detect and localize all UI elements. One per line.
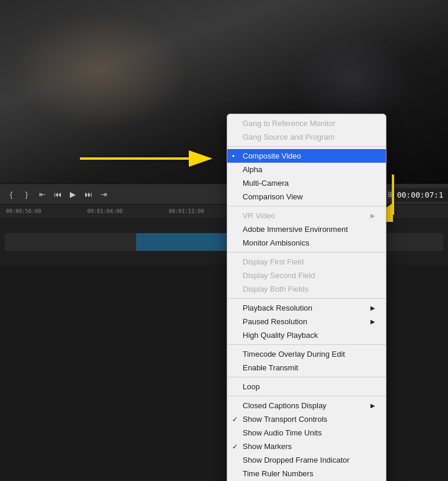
submenu-arrow-closed-captions: ▶ [370,402,375,409]
menu-item-gang-source: Gang Source and Program [227,130,386,144]
menu-item-label-show-audio-time: Show Audio Time Units [243,428,322,437]
menu-item-label-gang-source: Gang Source and Program [243,133,334,141]
menu-item-label-show-dropped-frame: Show Dropped Frame Indicator [243,456,350,464]
left-arrow-annotation [80,147,216,173]
menu-item-show-markers[interactable]: Show Markers [227,440,386,453]
go-to-out-button[interactable]: ⇥ [97,188,110,201]
menu-item-multi-camera[interactable]: Multi-Camera [227,176,386,190]
menu-item-playback-resolution[interactable]: Playback Resolution▶ [227,301,386,315]
menu-item-monitor-ambisonics[interactable]: Monitor Ambisonics [227,236,386,250]
menu-item-label-multi-camera: Multi-Camera [243,179,289,188]
menu-item-label-monitor-ambisonics: Monitor Ambisonics [243,238,310,247]
menu-item-label-display-both-fields: Display Both Fields [243,285,308,293]
submenu-arrow-paused-resolution: ▶ [370,318,375,325]
menu-item-alpha[interactable]: Alpha [227,163,386,176]
menu-separator [227,206,386,206]
menu-item-enable-transmit[interactable]: Enable Transmit [227,361,386,375]
menu-item-vr-video: VR Video▶ [227,209,386,222]
menu-item-timecode-overlay[interactable]: Timecode Overlay During Edit [227,347,386,361]
menu-item-label-playback-resolution: Playback Resolution [243,304,312,312]
menu-item-show-audio-time[interactable]: Show Audio Time Units [227,426,386,440]
timecode-2: 00:01:04:00 [88,208,123,214]
menu-item-label-paused-resolution: Paused Resolution [243,317,307,326]
menu-item-high-quality-playback[interactable]: High Quality Playback [227,328,386,342]
menu-item-label-show-transport: Show Transport Controls [243,415,327,424]
menu-item-label-vr-video: VR Video [243,211,275,220]
menu-separator [227,396,386,396]
menu-item-label-display-second-field: Display Second Field [243,271,315,280]
menu-item-paused-resolution[interactable]: Paused Resolution▶ [227,315,386,328]
menu-item-display-first-field: Display First Field [227,255,386,269]
menu-separator [227,344,386,345]
menu-item-show-transport[interactable]: Show Transport Controls [227,412,386,426]
menu-item-display-second-field: Display Second Field [227,269,386,282]
mark-in-button[interactable]: { [5,188,18,201]
menu-item-composite-video[interactable]: Composite Video [227,149,386,163]
menu-item-display-both-fields: Display Both Fields [227,282,386,296]
menu-item-comparison-view[interactable]: Comparison View [227,190,386,204]
menu-item-label-adobe-immersive: Adobe Immersive Environment [243,225,348,234]
menu-item-label-show-markers: Show Markers [243,442,292,451]
go-to-in-button[interactable]: ⇤ [36,188,49,201]
menu-separator [227,298,386,299]
play-button[interactable]: ▶ [66,188,79,201]
menu-item-loop[interactable]: Loop [227,380,386,393]
submenu-arrow-playback-resolution: ▶ [370,305,375,311]
menu-item-label-closed-captions: Closed Captions Display [243,401,327,410]
menu-item-label-high-quality-playback: High Quality Playback [243,331,318,340]
menu-item-label-time-ruler-numbers: Time Ruler Numbers [243,469,313,478]
menu-item-label-timecode-overlay: Timecode Overlay During Edit [243,350,345,359]
menu-item-label-gang-reference: Gang to Reference Monitor [243,119,336,128]
menu-item-show-dropped-frame[interactable]: Show Dropped Frame Indicator [227,453,386,467]
menu-separator [227,146,386,147]
menu-item-label-alpha: Alpha [243,165,262,174]
mark-out-button[interactable]: } [20,188,33,201]
menu-separator [227,377,386,377]
menu-item-label-composite-video: Composite Video [243,151,301,160]
menu-item-label-comparison-view: Comparison View [243,192,303,201]
timecode-3: 00:01:12:00 [169,208,204,214]
timecode-1: 00:00:56:00 [6,208,41,214]
menu-item-gang-reference: Gang to Reference Monitor [227,117,386,130]
step-forward-button[interactable]: ⏭ [82,188,95,201]
menu-item-closed-captions[interactable]: Closed Captions Display▶ [227,399,386,412]
step-back-button[interactable]: ⏮ [51,188,64,201]
menu-item-label-display-first-field: Display First Field [243,257,304,266]
menu-separator [227,252,386,253]
menu-item-label-loop: Loop [243,382,260,391]
submenu-arrow-vr-video: ▶ [370,212,375,219]
menu-item-time-ruler-numbers[interactable]: Time Ruler Numbers [227,467,386,480]
menu-item-label-enable-transmit: Enable Transmit [243,363,298,372]
menu-item-adobe-immersive[interactable]: Adobe Immersive Environment [227,222,386,236]
context-menu: Gang to Reference MonitorGang Source and… [227,114,386,481]
